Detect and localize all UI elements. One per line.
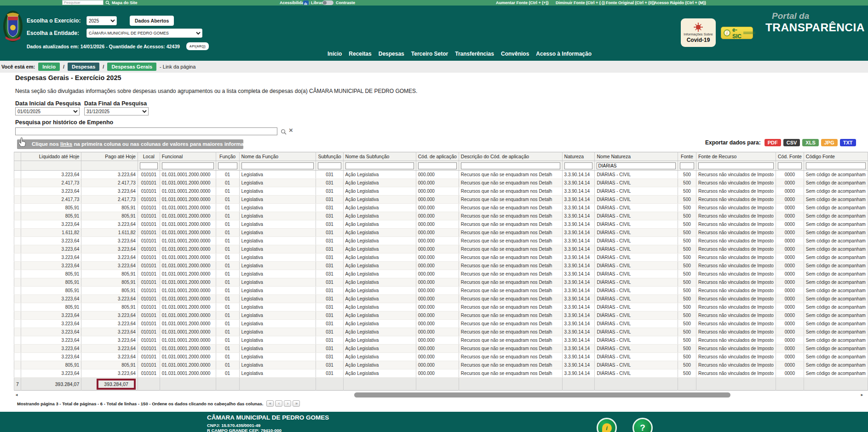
filter-input-nome_funcao[interactable] — [241, 162, 314, 169]
cell-pago[interactable]: 805,91 — [81, 361, 138, 369]
export-csv-button[interactable]: CSV — [783, 139, 800, 146]
cell-pago[interactable]: 3.223,64 — [81, 295, 138, 303]
cell-pago[interactable]: 805,91 — [81, 303, 138, 311]
filter-input-natureza[interactable] — [564, 162, 593, 169]
cell-pago[interactable]: 3.223,64 — [81, 171, 138, 179]
cell-liquidado[interactable]: 3.223,64 — [21, 253, 81, 262]
cell-liquidado[interactable]: 3.223,64 — [21, 171, 81, 179]
cell-pago[interactable]: 3.223,64 — [81, 353, 138, 361]
entity-select[interactable]: CÂMARA MUNICIPAL DE PEDRO GOMES — [86, 29, 202, 38]
cell-liquidado[interactable]: 3.223,64 — [21, 187, 81, 196]
column-header-desc_aplicacao[interactable]: Descrição do Cód. de aplicação — [459, 152, 562, 161]
scroll-left-icon[interactable]: ◄ — [14, 392, 19, 398]
first-page-button[interactable]: « — [266, 400, 274, 407]
total-liquidado[interactable]: 393.284,07 — [21, 378, 81, 391]
column-header-nome_subfuncao[interactable]: Nome da Subfunção — [343, 152, 416, 161]
help-button[interactable]: ? — [632, 418, 653, 432]
next-page-button[interactable]: › — [284, 400, 291, 407]
esic-badge[interactable]: i e-SIC — [721, 27, 753, 39]
filter-input-subfuncao[interactable] — [318, 162, 341, 169]
libras-label[interactable]: Libras — [311, 0, 323, 6]
cell-liquidado[interactable]: 3.223,64 — [21, 245, 81, 253]
nav-item-despesas[interactable]: Despesas — [379, 51, 404, 57]
contrast-toggle[interactable] — [322, 0, 333, 5]
nav-item-terceiro-setor[interactable]: Terceiro Setor — [411, 51, 448, 57]
column-header-fonte[interactable]: Fonte — [678, 152, 696, 161]
filter-input-cod_fonte[interactable] — [778, 162, 802, 169]
cell-liquidado[interactable]: 3.223,64 — [21, 369, 81, 378]
cell-pago[interactable]: 3.223,64 — [81, 345, 138, 353]
column-header-local[interactable]: Local — [138, 152, 160, 161]
cell-pago[interactable]: 805,91 — [81, 212, 138, 220]
filter-input-codigo_fonte[interactable] — [806, 162, 866, 169]
column-header-cod_fonte[interactable]: Cód. Fonte — [776, 152, 804, 161]
decrease-font-link[interactable]: Diminuir Fonte (Ctrl + (-)) — [556, 0, 605, 6]
scroll-right-icon[interactable]: ► — [859, 392, 865, 398]
nav-item-receitas[interactable]: Receitas — [349, 51, 371, 57]
empenho-search-input[interactable] — [15, 127, 277, 135]
quick-access-link[interactable]: Acesso Rápido (Ctrl + (M)) — [654, 0, 706, 6]
cell-liquidado[interactable]: 3.223,64 — [21, 336, 81, 345]
covid-info-badge[interactable]: Informações Sobre Covid-19 — [681, 18, 716, 47]
export-jpg-button[interactable]: JPG — [821, 139, 838, 146]
filter-input-local[interactable] — [140, 162, 158, 169]
nav-item-acesso-a-informacao[interactable]: Acesso à Informação — [536, 51, 592, 57]
cell-pago[interactable]: 3.223,64 — [81, 262, 138, 270]
site-map-link[interactable]: Mapa do Site — [112, 0, 138, 6]
date-start-select[interactable]: 01/01/2025 — [15, 107, 80, 115]
nav-item-transferencias[interactable]: Transferências — [455, 51, 494, 57]
filter-input-cod_aplicacao[interactable] — [418, 162, 457, 169]
column-header-funcao[interactable]: Função — [216, 152, 239, 161]
cell-pago[interactable]: 2.417,73 — [81, 179, 138, 187]
cell-liquidado[interactable]: 3.223,64 — [21, 237, 81, 245]
column-header-natureza[interactable]: Natureza — [562, 152, 595, 161]
open-data-button[interactable]: Dados Abertos — [130, 16, 174, 26]
filter-input-funcional[interactable] — [162, 162, 214, 169]
site-search-input[interactable] — [62, 0, 103, 5]
cell-liquidado[interactable]: 3.223,64 — [21, 353, 81, 361]
filter-input-funcao[interactable] — [218, 162, 237, 169]
cell-liquidado[interactable]: 3.223,64 — [21, 311, 81, 320]
cell-liquidado[interactable]: 805,91 — [21, 204, 81, 212]
cell-pago[interactable]: 2.417,73 — [81, 196, 138, 204]
cell-pago[interactable]: 3.223,64 — [81, 245, 138, 253]
column-header-funcional[interactable]: Funcional — [160, 152, 216, 161]
cell-pago[interactable]: 805,91 — [81, 287, 138, 295]
column-header-codigo_fonte[interactable]: Código Fonte — [804, 152, 868, 161]
cell-pago[interactable]: 3.223,64 — [81, 328, 138, 336]
export-pdf-button[interactable]: PDF — [765, 139, 781, 146]
column-header-fonte_recurso[interactable]: Fonte de Recurso — [696, 152, 776, 161]
filter-input-nome_natureza[interactable] — [597, 162, 676, 169]
column-header-cod_aplicacao[interactable]: Cód. de aplicação — [416, 152, 459, 161]
original-font-link[interactable]: Fonte Original (Ctrl + (0)) — [606, 0, 655, 6]
cell-liquidado[interactable]: 3.223,64 — [21, 295, 81, 303]
date-end-select[interactable]: 31/12/2025 — [84, 107, 149, 115]
clear-search-icon[interactable]: × — [289, 126, 293, 134]
cell-pago[interactable]: 3.223,64 — [81, 220, 138, 229]
cell-pago[interactable]: 805,91 — [81, 270, 138, 278]
breadcrumb-despesas-gerais[interactable]: Despesas Gerais — [107, 63, 156, 71]
export-txt-button[interactable]: TXT — [840, 139, 856, 146]
cell-liquidado[interactable]: 805,91 — [21, 361, 81, 369]
cell-liquidado[interactable]: 3.223,64 — [21, 262, 81, 270]
api-arq-badge[interactable]: API{ARQ} — [186, 42, 209, 50]
cell-liquidado[interactable]: 805,91 — [21, 287, 81, 295]
filter-input-nome_subfuncao[interactable] — [345, 162, 414, 169]
libras-icon[interactable] — [303, 0, 309, 5]
nav-item-convenios[interactable]: Convênios — [501, 51, 529, 57]
cell-liquidado[interactable]: 805,91 — [21, 303, 81, 311]
cell-liquidado[interactable]: 805,91 — [21, 270, 81, 278]
empenho-search-icon[interactable] — [281, 128, 287, 137]
cell-pago[interactable]: 3.223,64 — [81, 320, 138, 328]
last-page-button[interactable]: » — [293, 400, 300, 407]
cell-pago[interactable]: 805,91 — [81, 204, 138, 212]
column-header-liquidado[interactable]: Liquidado até Hoje — [21, 152, 81, 161]
cell-liquidado[interactable]: 805,91 — [21, 278, 81, 287]
cell-liquidado[interactable]: 3.223,64 — [21, 220, 81, 229]
cell-pago[interactable]: 3.223,64 — [81, 187, 138, 196]
contrast-label[interactable]: Contraste — [336, 0, 355, 6]
breadcrumb-despesas[interactable]: Despesas — [68, 63, 99, 71]
cell-pago[interactable]: 3.223,64 — [81, 336, 138, 345]
increase-font-link[interactable]: Aumentar Fonte (Ctrl + (+)) — [496, 0, 549, 6]
filter-input-fonte_recurso[interactable] — [698, 162, 774, 169]
